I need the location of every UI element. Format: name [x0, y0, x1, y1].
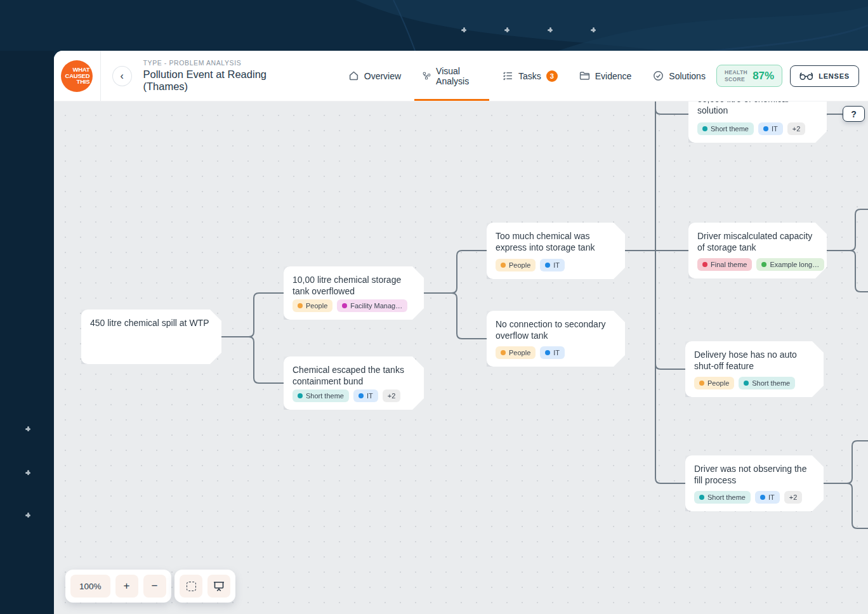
node-card-chemical-solution[interactable]: 50,000 litre of chemical solution Short …	[688, 101, 827, 143]
help-button[interactable]: ?	[843, 106, 865, 122]
tag-it[interactable]: IT	[755, 491, 780, 504]
tag-people[interactable]: People	[496, 346, 536, 359]
tag-row: People IT	[496, 346, 616, 359]
presentation-button[interactable]	[207, 575, 230, 598]
zoom-in-button[interactable]: +	[115, 575, 138, 598]
backdrop-sparkle	[25, 470, 30, 475]
node-card-no-secondary-overflow[interactable]: No connection to secondary overflow tank…	[487, 311, 625, 367]
node-title: Driver was not observing the fill proces…	[694, 463, 815, 487]
node-card-root[interactable]: 450 litre chemical spill at WTP	[81, 310, 221, 364]
header-right-group: HEALTH SCORE 87% LENSES	[716, 65, 859, 87]
tag-more-count[interactable]: +2	[784, 491, 803, 504]
diagram-icon	[423, 70, 431, 81]
tag-color-dot	[699, 495, 704, 500]
logo-line: THIS	[77, 79, 90, 85]
tag-color-dot	[298, 303, 303, 308]
tag-color-dot	[702, 262, 707, 267]
backdrop-sparkle	[548, 27, 553, 32]
tag-it[interactable]: IT	[353, 389, 378, 402]
node-title: Too much chemical was express into stora…	[496, 230, 616, 254]
tag-row: People Short theme	[694, 377, 815, 389]
tag-color-dot	[545, 350, 550, 355]
what-caused-this-logo[interactable]: WHAT CAUSED THIS	[61, 60, 93, 92]
tab-label: Solutions	[669, 71, 706, 81]
tag-short-theme[interactable]: Short theme	[694, 491, 751, 504]
node-card-driver-not-observing[interactable]: Driver was not observing the fill proces…	[685, 455, 824, 511]
chevron-left-icon: ‹	[120, 70, 123, 82]
backdrop-sparkle	[504, 27, 510, 32]
node-card-containment-bund[interactable]: Chemical escaped the tanks containment b…	[284, 356, 424, 410]
tag-color-dot	[699, 381, 704, 386]
zoom-level-indicator[interactable]: 100%	[70, 575, 110, 598]
presentation-screen-icon	[213, 581, 225, 592]
tag-row: People Facility Manag…	[293, 299, 415, 312]
tab-overview[interactable]: Overview	[338, 51, 412, 101]
tag-short-theme[interactable]: Short theme	[697, 122, 754, 135]
analysis-type-label: TYPE - PROBLEM ANALYSIS	[143, 59, 307, 67]
node-card-storage-tank-overflowed[interactable]: 10,00 litre chemical storage tank overfl…	[284, 266, 424, 320]
tag-color-dot	[744, 381, 749, 386]
node-card-delivery-hose[interactable]: Delivery hose has no auto shut-off featu…	[685, 341, 824, 397]
tag-short-theme[interactable]: Short theme	[739, 377, 795, 389]
backdrop-sparkle	[25, 513, 30, 518]
back-button[interactable]: ‹	[112, 66, 132, 86]
tag-it[interactable]: IT	[540, 346, 565, 359]
tab-label: Visual Analysis	[436, 66, 481, 86]
tab-evidence[interactable]: Evidence	[569, 51, 643, 101]
lenses-label: LENSES	[819, 72, 850, 80]
tag-example-long[interactable]: Example long…	[756, 258, 824, 271]
tag-final-theme[interactable]: Final theme	[697, 258, 752, 271]
tag-row: Short theme IT +2	[694, 491, 815, 504]
tag-color-dot	[763, 126, 768, 131]
tab-label: Tasks	[518, 71, 541, 81]
analysis-canvas[interactable]: 450 litre chemical spill at WTP 10,00 li…	[54, 101, 868, 614]
tab-tasks[interactable]: Tasks 3	[492, 51, 569, 101]
health-score-pill[interactable]: HEALTH SCORE 87%	[716, 65, 782, 87]
tag-more-count[interactable]: +2	[383, 389, 401, 402]
check-circle-icon	[653, 70, 664, 81]
backdrop-sparkle	[25, 426, 30, 431]
health-score-value: 87%	[753, 70, 774, 82]
tag-it[interactable]: IT	[540, 259, 565, 271]
dashed-selection-icon	[187, 582, 196, 591]
home-icon	[348, 70, 359, 81]
tag-people[interactable]: People	[496, 259, 536, 271]
tag-people[interactable]: People	[293, 299, 332, 312]
tag-more-count[interactable]: +2	[787, 122, 806, 135]
title-block: TYPE - PROBLEM ANALYSIS Pollution Event …	[143, 59, 307, 93]
fit-selection-button[interactable]	[180, 575, 202, 598]
app-header: WHAT CAUSED THIS ‹ TYPE - PROBLEM ANALYS…	[54, 51, 868, 101]
zoom-control-panel: 100% + −	[65, 570, 171, 603]
tag-row: Short theme IT +2	[293, 389, 415, 402]
tab-solutions[interactable]: Solutions	[642, 51, 716, 101]
tag-color-dot	[545, 263, 550, 268]
tag-color-dot	[298, 393, 303, 398]
question-mark-icon: ?	[851, 109, 857, 119]
node-card-driver-miscalculated[interactable]: Driver miscalculated capacity of storage…	[688, 223, 827, 278]
canvas-tools-panel	[174, 570, 235, 603]
backdrop-sparkle	[461, 27, 466, 32]
node-title: No connection to secondary overflow tank	[496, 318, 616, 342]
lenses-button[interactable]: LENSES	[790, 65, 859, 87]
tab-label: Overview	[364, 71, 401, 81]
node-card-too-much-chemical[interactable]: Too much chemical was express into stora…	[487, 223, 625, 279]
tag-it[interactable]: IT	[758, 122, 783, 135]
tag-row: People IT	[496, 259, 616, 271]
page-title: Pollution Event at Reading (Thames)	[143, 69, 307, 93]
node-title: Delivery hose has no auto shut-off featu…	[694, 349, 815, 372]
node-title: Driver miscalculated capacity of storage…	[697, 230, 818, 254]
tag-color-dot	[702, 126, 707, 131]
tag-people[interactable]: People	[694, 377, 734, 389]
tag-color-dot	[342, 303, 347, 308]
tag-row: Final theme Example long…	[697, 258, 818, 271]
tab-visual-analysis[interactable]: Visual Analysis	[412, 51, 492, 101]
tasks-count-badge: 3	[546, 70, 558, 82]
app-window: WHAT CAUSED THIS ‹ TYPE - PROBLEM ANALYS…	[54, 51, 868, 614]
tag-short-theme[interactable]: Short theme	[293, 389, 349, 402]
tag-facility-management[interactable]: Facility Manag…	[337, 299, 407, 312]
tab-label: Evidence	[595, 71, 632, 81]
zoom-out-button[interactable]: −	[143, 575, 166, 598]
node-title: 10,00 litre chemical storage tank overfl…	[293, 274, 415, 297]
node-title: 50,000 litre of chemical solution	[697, 101, 818, 117]
tag-color-dot	[358, 393, 364, 398]
